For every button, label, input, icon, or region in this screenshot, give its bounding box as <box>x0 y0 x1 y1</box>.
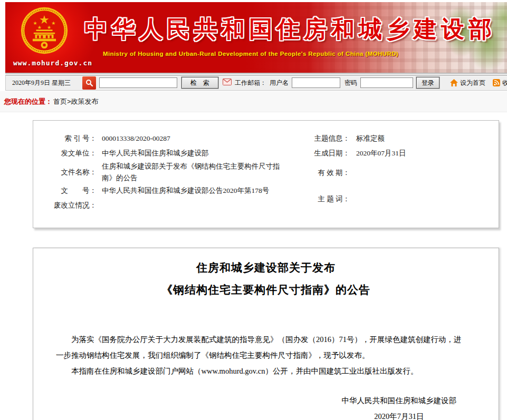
svg-text:★: ★ <box>33 21 37 26</box>
breadcrumb-prefix: 您现在的位置： <box>4 97 52 106</box>
site-header: ★ ★ ★ ★ ★ www.mohurd.gov.cn 中华人民共和国住房和城乡… <box>5 2 507 74</box>
field-value: 000013338/2020-00287 <box>102 133 170 144</box>
set-home-label: 设为首页 <box>460 79 485 87</box>
toolbar: 2020年9月9日 星期三 检 索 工作邮箱： 用户名 密码 登录 设为首页 <box>5 75 507 91</box>
mail-label: 工作邮箱： <box>235 79 266 87</box>
login-button[interactable]: 登录 <box>416 77 439 89</box>
info-row-valid-period: 有 效 期： <box>300 165 495 180</box>
field-value: 中华人民共和国住房和城乡建设部公告2020年第178号 <box>102 185 269 197</box>
article-box: 住房和城乡建设部关于发布 《钢结构住宅主要构件尺寸指南》的公告 为落实《国务院办… <box>33 248 499 420</box>
document-info-box: 索 引 号： 000013338/2020-00287 发文单位： 中华人民共和… <box>33 120 499 228</box>
article-paragraph: 本指南在住房和城乡建设部门户网站（www.mohurd.gov.cn）公开，并由… <box>56 363 464 379</box>
article-title-line1: 住房和城乡建设部关于发布 <box>33 257 499 279</box>
field-label: 有 效 期： <box>300 167 350 179</box>
info-row-issuing-unit: 发文单位： 中华人民共和国住房和城乡建设部 <box>33 146 300 161</box>
article-paragraph: 为落实《国务院办公厅关于大力发展装配式建筑的指导意见》（国办发（2016）71号… <box>56 331 464 363</box>
info-row-generated-date: 生成日期： 2020年07月31日 <box>300 146 495 161</box>
info-row-topic-info: 主题信息： 标准定额 <box>300 131 495 146</box>
article-body: 为落实《国务院办公厅关于大力发展装配式建筑的指导意见》（国办发（2016）71号… <box>33 331 499 379</box>
field-value: 标准定额 <box>356 133 385 144</box>
mail-icon <box>223 79 232 87</box>
breadcrumb: 您现在的位置： 首页>政策发布 <box>0 91 507 112</box>
article-title-line2: 《钢结构住宅主要构件尺寸指南》的公告 <box>33 279 499 301</box>
set-home-link[interactable]: 设为首页 <box>450 79 485 87</box>
password-label: 密码 <box>345 79 357 87</box>
field-label: 主 题 词： <box>300 193 350 205</box>
field-label: 生成日期： <box>300 148 350 159</box>
svg-text:★: ★ <box>47 25 51 30</box>
current-date: 2020年9月9日 星期三 <box>12 79 71 87</box>
field-value: 住房和城乡建设部关于发布《钢结构住宅主要构件尺寸指南》的公告 <box>102 161 292 183</box>
favorite-label: 收藏 <box>502 79 507 87</box>
svg-text:★: ★ <box>37 25 42 30</box>
search-button[interactable]: 检 索 <box>181 77 218 89</box>
field-label: 文 号： <box>33 185 97 197</box>
search-input[interactable] <box>99 77 177 88</box>
field-value: 2020年07月31日 <box>356 148 406 159</box>
site-title: 中华人民共和国住房和城乡建设部 <box>84 14 496 45</box>
field-label: 主题信息： <box>300 133 350 144</box>
site-url: www.mohurd.gov.cn <box>13 59 92 67</box>
info-row-document-name: 文件名称： 住房和城乡建设部关于发布《钢结构住宅主要构件尺寸指南》的公告 <box>33 161 300 183</box>
field-label: 文件名称： <box>33 167 97 178</box>
field-label: 发文单位： <box>33 148 97 159</box>
home-icon <box>450 79 458 86</box>
info-right-column: 主题信息： 标准定额 生成日期： 2020年07月31日 有 效 期： 主 题 … <box>300 131 495 213</box>
username-label: 用户名 <box>270 79 289 87</box>
field-value: 中华人民共和国住房和城乡建设部 <box>102 148 209 159</box>
password-input[interactable] <box>360 77 413 88</box>
signature-organization: 中华人民共和国住房和城乡建设部 <box>342 393 457 408</box>
article-signature: 中华人民共和国住房和城乡建设部 2020年7月31日 <box>342 393 457 420</box>
site-subtitle: Ministry of Housing and Urban-Rural Deve… <box>103 51 398 57</box>
info-row-repeal-status: 废改立情况： <box>33 198 300 213</box>
rss-icon <box>493 79 500 86</box>
info-row-document-number: 文 号： 中华人民共和国住房和城乡建设部公告2020年第178号 <box>33 183 300 198</box>
national-emblem-icon: ★ ★ ★ ★ ★ <box>20 6 69 55</box>
svg-text:★: ★ <box>51 21 55 26</box>
info-row-subject-words: 主 题 词： <box>300 192 495 207</box>
page: ★ ★ ★ ★ ★ www.mohurd.gov.cn 中华人民共和国住房和城乡… <box>0 0 507 420</box>
favorite-link[interactable]: 收藏 <box>493 79 507 87</box>
username-input[interactable] <box>292 77 340 88</box>
field-label: 废改立情况： <box>33 200 97 211</box>
info-row-index-number: 索 引 号： 000013338/2020-00287 <box>33 131 300 146</box>
info-left-column: 索 引 号： 000013338/2020-00287 发文单位： 中华人民共和… <box>33 131 300 213</box>
search-icon[interactable] <box>82 76 96 90</box>
signature-date: 2020年7月31日 <box>342 408 457 420</box>
article-title: 住房和城乡建设部关于发布 《钢结构住宅主要构件尺寸指南》的公告 <box>33 257 499 301</box>
field-label: 索 引 号： <box>33 133 97 144</box>
breadcrumb-path[interactable]: 首页>政策发布 <box>53 97 99 106</box>
